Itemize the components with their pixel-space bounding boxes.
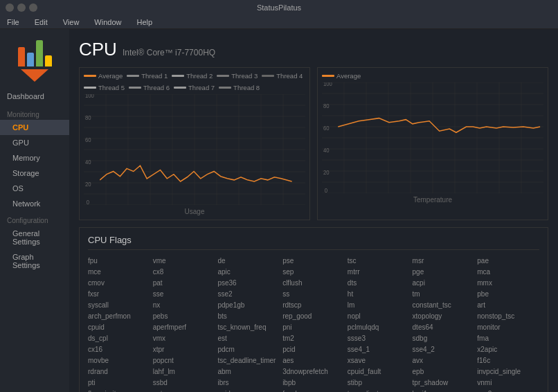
flag-item: pat <box>153 278 215 288</box>
usage-chart-label: Usage <box>84 208 305 215</box>
menu-help[interactable]: Help <box>134 18 155 26</box>
legend-thread6: Thread 6 <box>129 84 170 91</box>
flag-item: arch_perfmon <box>88 311 150 321</box>
flag-item: ibpb <box>282 377 345 388</box>
sidebar-item-os[interactable]: OS <box>0 181 69 196</box>
page-header: CPU Intel® Core™ i7-7700HQ <box>79 39 548 60</box>
svg-text:60: 60 <box>323 125 330 132</box>
temp-chart-svg: 100 80 60 40 20 0 <box>322 82 543 193</box>
flag-item: avx2 <box>477 389 539 392</box>
usage-chart-container: Average Thread 1 Thread 2 Thread 3 <box>79 67 310 220</box>
flag-item: apic <box>217 267 280 277</box>
titlebar: StatusPilatus <box>0 0 558 15</box>
flag-item: tsc_adjust <box>348 389 410 392</box>
legend-color-thread3 <box>217 75 229 77</box>
flag-item: acpi <box>413 278 475 288</box>
flag-item: epb <box>413 366 475 377</box>
sidebar-item-general-settings[interactable]: General Settings <box>0 226 69 249</box>
svg-text:40: 40 <box>323 148 330 154</box>
flag-item: tm <box>413 289 475 299</box>
sidebar-item-storage[interactable]: Storage <box>0 166 69 181</box>
sidebar-item-memory[interactable]: Memory <box>0 150 69 166</box>
flag-item: pae <box>477 256 539 266</box>
flag-item: rdtscp <box>282 300 345 310</box>
flag-item: tm2 <box>282 333 345 344</box>
flag-item: syscall <box>88 300 150 310</box>
legend-thread2: Thread 2 <box>172 72 213 80</box>
dashboard-label: Dashboard <box>7 92 44 100</box>
flag-item: pcid <box>282 344 345 355</box>
svg-text:60: 60 <box>85 137 91 143</box>
temp-chart-container: Average <box>317 67 548 220</box>
flag-item: ssse3 <box>348 333 410 344</box>
flag-item: fpu <box>88 256 150 266</box>
flag-item: ss <box>282 289 345 299</box>
menu-view[interactable]: View <box>60 18 82 26</box>
flag-item: ibrs <box>217 377 280 388</box>
flag-item: bmi1 <box>413 389 475 392</box>
flag-item: nonstop_tsc <box>477 311 539 321</box>
menu-window[interactable]: Window <box>91 18 124 26</box>
svg-text:40: 40 <box>85 159 91 166</box>
sidebar-item-network[interactable]: Network <box>0 196 69 211</box>
legend-average: Average <box>84 72 123 80</box>
app-title: StatusPilatus <box>47 3 511 12</box>
legend-color-thread6 <box>129 87 141 89</box>
flag-item: nopl <box>348 311 410 321</box>
flags-title: CPU Flags <box>88 235 539 250</box>
legend-color-thread2 <box>172 75 184 77</box>
close-button[interactable] <box>29 3 37 12</box>
flag-item: dtes64 <box>413 322 475 332</box>
legend-color-thread7 <box>174 87 186 89</box>
legend-thread5: Thread 5 <box>84 84 125 91</box>
flag-item: xtopology <box>413 311 475 321</box>
flag-item: tpr_shadow <box>413 377 475 388</box>
flag-item: aes <box>282 355 345 366</box>
sidebar-item-cpu[interactable]: CPU <box>0 120 69 135</box>
flags-grid: fpuvmedepsetscmsrpaemcecx8apicsepmtrrpge… <box>88 256 539 392</box>
flag-item: pti <box>88 377 150 388</box>
flag-item: cx16 <box>88 344 150 355</box>
menu-edit[interactable]: Edit <box>32 18 51 26</box>
svg-text:80: 80 <box>85 115 91 121</box>
flag-item: fma <box>477 333 539 344</box>
flag-item: pbe <box>477 289 539 299</box>
legend-color-thread5 <box>84 87 96 89</box>
flag-item: mmx <box>477 278 539 288</box>
flag-item: abm <box>217 366 280 377</box>
charts-row: Average Thread 1 Thread 2 Thread 3 <box>79 67 548 220</box>
flag-item: stibp <box>348 377 410 388</box>
legend-color-thread8 <box>219 87 231 89</box>
flag-item: xtpr <box>153 344 215 355</box>
legend-color-average <box>84 75 96 77</box>
flag-item: art <box>477 300 539 310</box>
legend-thread3: Thread 3 <box>217 72 258 80</box>
menu-file[interactable]: File <box>4 18 22 26</box>
flag-item: pdpe1gb <box>217 300 280 310</box>
maximize-button[interactable] <box>17 3 26 12</box>
flag-item: mtrr <box>348 267 410 277</box>
flag-item: cmov <box>88 278 150 288</box>
sidebar-nav: Dashboard Monitoring CPU GPU Memory Stor… <box>0 84 69 392</box>
svg-text:20: 20 <box>323 170 330 176</box>
svg-text:0: 0 <box>325 188 328 193</box>
flag-item: cx8 <box>153 267 215 277</box>
temp-chart-area: 100 80 60 40 20 0 <box>322 82 543 193</box>
svg-text:80: 80 <box>323 103 330 109</box>
minimize-button[interactable] <box>6 3 14 12</box>
legend-color-thread4 <box>262 75 274 77</box>
flag-item: sse4_1 <box>348 344 410 355</box>
flag-item: clflush <box>282 278 345 288</box>
sidebar-item-graph-settings[interactable]: Graph Settings <box>0 249 69 273</box>
sidebar-item-gpu[interactable]: GPU <box>0 135 69 150</box>
flag-item: avx <box>413 355 475 366</box>
usage-chart-svg: 100 80 60 40 20 0 <box>84 94 305 205</box>
main-content: CPU Intel® Core™ i7-7700HQ Average Threa… <box>69 29 558 392</box>
flag-item: pebs <box>153 311 215 321</box>
flag-item: nx <box>153 300 215 310</box>
menubar: File Edit View Window Help <box>0 15 558 29</box>
flag-item: tsc_known_freq <box>217 322 280 332</box>
page-subtitle: Intel® Core™ i7-7700HQ <box>123 48 215 57</box>
flag-item: pni <box>282 322 345 332</box>
sidebar-item-dashboard[interactable]: Dashboard <box>0 87 69 105</box>
